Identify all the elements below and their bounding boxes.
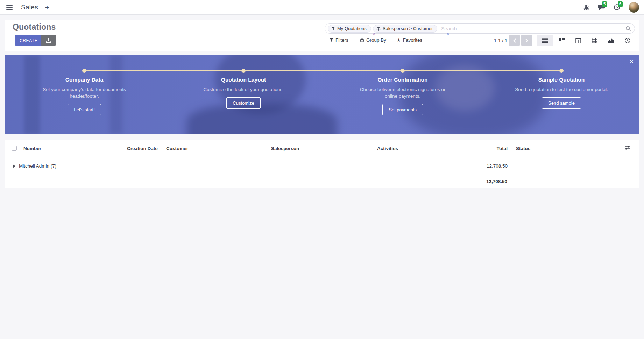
optional-columns-icon[interactable]	[625, 145, 630, 151]
onboarding-step-quotation-layout: Quotation Layout Customize the look of y…	[194, 77, 292, 109]
filter-icon	[330, 38, 333, 42]
column-header-salesperson[interactable]: Salesperson	[271, 146, 299, 151]
create-button[interactable]: CREATE	[15, 35, 42, 46]
view-pivot-button[interactable]	[586, 35, 603, 46]
step-title: Sample Quotation	[512, 77, 610, 83]
debug-bug-icon[interactable]	[583, 4, 589, 10]
layers-icon	[360, 38, 364, 42]
group-expand-caret-icon[interactable]	[13, 164, 15, 168]
search-facet-my-quotations[interactable]: My Quotations	[328, 25, 371, 33]
facet-remove-icon[interactable]: ×	[373, 32, 375, 36]
view-graph-button[interactable]	[603, 35, 619, 46]
page-title: Quotations	[13, 22, 56, 32]
filters-button[interactable]: Filters	[330, 37, 348, 43]
list-view-icon	[542, 38, 548, 43]
quotations-list: Number Creation Date Customer Salesperso…	[5, 140, 639, 188]
column-header-customer[interactable]: Customer	[166, 146, 188, 151]
step-description: Send a quotation to test the customer po…	[512, 86, 610, 93]
facet-remove-icon[interactable]: ×	[447, 32, 449, 36]
group-row-mitchell-admin[interactable]: Mitchell Admin (7) 12,708.50	[5, 157, 639, 175]
control-panel: Quotations CREATE My Quotations	[5, 20, 639, 51]
group-total: 12,708.50	[487, 163, 508, 169]
view-list-button[interactable]	[537, 35, 553, 46]
onboarding-step-order-confirmation: Order Confirmation Choose between electr…	[354, 77, 452, 115]
apps-menu-icon[interactable]	[5, 3, 14, 11]
top-navbar: Sales + 5 6	[0, 0, 644, 15]
view-kanban-button[interactable]	[553, 35, 570, 46]
column-header-activities[interactable]: Activities	[377, 146, 398, 151]
search-facet-groupby[interactable]: Salesperson > Customer	[373, 25, 437, 33]
column-header-status[interactable]: Status	[516, 146, 530, 151]
chevron-left-icon	[513, 38, 516, 43]
column-header-number[interactable]: Number	[23, 146, 41, 151]
column-header-creation-date[interactable]: Creation Date	[127, 146, 158, 151]
step-title: Quotation Layout	[194, 77, 292, 83]
select-all-checkbox[interactable]	[12, 146, 17, 151]
filter-icon	[331, 27, 335, 30]
customize-button[interactable]: Customize	[226, 97, 260, 109]
app-name[interactable]: Sales	[21, 3, 38, 11]
search-icon[interactable]	[625, 26, 631, 31]
onboarding-step-company-data: Company Data Set your company's data for…	[35, 77, 133, 115]
chevron-right-icon	[525, 38, 529, 43]
list-header-row: Number Creation Date Customer Salesperso…	[5, 140, 639, 157]
pager-next-button[interactable]	[521, 35, 532, 46]
kanban-view-icon	[559, 38, 565, 43]
step-description: Choose between electronic signatures or …	[354, 86, 452, 99]
search-input[interactable]: Search...	[441, 26, 625, 31]
lets-start-button[interactable]: Let's start!	[68, 104, 101, 115]
banner-close-icon[interactable]: ×	[630, 58, 634, 65]
view-calendar-button[interactable]	[570, 35, 586, 46]
favorites-button[interactable]: ★ Favorites	[397, 37, 422, 43]
star-icon: ★	[397, 37, 401, 43]
user-avatar[interactable]	[629, 2, 639, 13]
step-dot	[401, 69, 405, 73]
download-icon	[46, 38, 51, 43]
facet-label: My Quotations	[337, 26, 367, 31]
messages-count-badge: 5	[602, 1, 607, 7]
onboarding-step-sample-quotation: Sample Quotation Send a quotation to tes…	[512, 77, 610, 109]
activity-view-icon	[625, 38, 630, 43]
pivot-view-icon	[592, 38, 597, 43]
view-activity-button[interactable]	[619, 35, 636, 46]
pager-previous-button[interactable]	[509, 35, 520, 46]
facet-label: Salesperson > Customer	[383, 26, 433, 31]
step-dot	[559, 69, 564, 73]
onboarding-timeline	[84, 70, 561, 71]
export-download-button[interactable]	[41, 35, 56, 46]
set-payments-button[interactable]: Set payments	[382, 104, 423, 115]
calendar-view-icon	[575, 38, 581, 43]
step-title: Order Confirmation	[354, 77, 452, 83]
column-header-total[interactable]: Total	[497, 146, 508, 151]
search-bar[interactable]: My Quotations Salesperson > Customer Sea…	[325, 23, 635, 34]
activities-clock-icon[interactable]: 6	[614, 4, 620, 10]
send-sample-button[interactable]: Send sample	[542, 97, 581, 109]
group-label: Mitchell Admin (7)	[19, 163, 56, 169]
step-title: Company Data	[35, 77, 133, 83]
pager-range: 1-1 / 1	[494, 38, 507, 43]
onboarding-banner: × Company Data Set your company's data f…	[5, 55, 639, 134]
group-by-button[interactable]: Group By	[360, 37, 386, 43]
step-description: Set your company's data for documents he…	[35, 86, 133, 99]
view-switcher	[537, 35, 636, 46]
step-description: Customize the look of your quotations.	[194, 86, 292, 93]
graph-view-icon	[608, 38, 614, 43]
step-dot	[241, 69, 246, 73]
layers-icon	[376, 27, 381, 31]
edit-menu-plus-icon[interactable]: +	[45, 4, 49, 10]
footer-total: 12,708.50	[486, 179, 507, 184]
step-dot	[82, 69, 86, 73]
activities-count-badge: 6	[618, 1, 623, 7]
messages-icon[interactable]: 5	[598, 4, 605, 10]
list-footer-row: 12,708.50	[5, 175, 639, 188]
